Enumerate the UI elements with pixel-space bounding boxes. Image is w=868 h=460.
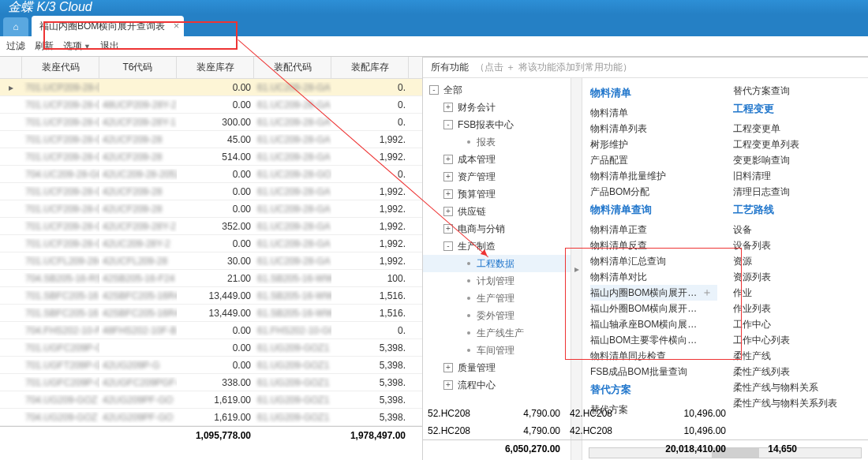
function-link[interactable]: 作业 — [733, 285, 860, 301]
function-link[interactable]: 柔性产线列表 — [733, 364, 860, 380]
tree-item[interactable]: +预算管理 — [423, 185, 571, 203]
tree-item[interactable]: 工程数据 — [423, 255, 571, 272]
function-link[interactable]: 资源列表 — [733, 269, 860, 285]
function-link[interactable]: 福山BOM主要零件横向… — [590, 332, 717, 348]
function-link[interactable]: 物料清单 — [590, 105, 717, 121]
function-link[interactable]: 替代方案查询 — [733, 83, 860, 99]
tree-item[interactable]: 委外管理 — [423, 307, 571, 324]
function-link[interactable]: 产品配置 — [590, 152, 717, 168]
function-link[interactable]: 树形维护 — [590, 137, 717, 152]
function-link[interactable]: 柔性产线与物料关系 — [733, 380, 860, 395]
function-link[interactable]: 设备 — [733, 222, 860, 237]
table-row[interactable]: 701.UGFC209P-C 42UGFC209PGF-G 338.00 61.… — [0, 374, 422, 391]
tree-item[interactable]: +供应链 — [423, 203, 571, 220]
toggle-icon[interactable]: + — [443, 189, 453, 199]
function-link[interactable]: 柔性产线 — [733, 348, 860, 364]
function-link[interactable]: 福山轴承座BOM横向展… — [590, 316, 717, 332]
tree-item[interactable]: 生产线生产 — [423, 324, 571, 342]
function-link[interactable]: 福山内圈BOM横向展开…＋ — [590, 285, 717, 301]
table-row[interactable]: 704.UC209-28-GC 42UC209-28-2051 0.00 61.… — [0, 166, 422, 183]
tree-item[interactable]: +流程中心 — [423, 376, 571, 394]
toggle-icon[interactable]: - — [443, 120, 453, 129]
function-link[interactable]: FSB成品BOM批量查询 — [590, 364, 717, 380]
table-row[interactable]: 701.UCF209-28-C 42UCF209-28 0.00 61.UC20… — [0, 200, 422, 218]
refresh-button[interactable]: 刷新 — [35, 39, 54, 53]
options-button[interactable]: 选项▼ — [63, 39, 91, 53]
tab-bom-report[interactable]: 福山内圈BOM横向展开查询表 × — [32, 16, 184, 36]
tree-item[interactable]: +财务会计 — [423, 99, 571, 116]
col-header[interactable]: 装座库存 — [177, 57, 254, 78]
function-link[interactable]: 物料清单批量维护 — [590, 168, 717, 184]
footer-total: 1,978,497.00 — [331, 427, 409, 445]
table-row[interactable]: 701.UCF209-28-C 42UCF209-28 514.00 61.UC… — [0, 148, 422, 166]
close-icon[interactable]: × — [174, 20, 180, 32]
toggle-icon[interactable]: + — [443, 224, 453, 234]
grid-header: 装座代码 T6代码 装座库存 装配代码 装配库存 — [0, 57, 422, 79]
col-header[interactable]: 装配库存 — [331, 57, 409, 78]
tab-label: 福山内圈BOM横向展开查询表 — [39, 20, 165, 33]
home-tab[interactable]: ⌂ — [3, 17, 28, 36]
toggle-icon[interactable]: + — [443, 380, 453, 390]
toggle-icon[interactable]: + — [443, 155, 453, 164]
tree-item[interactable]: +质量管理 — [423, 359, 571, 376]
toggle-icon[interactable]: - — [429, 85, 439, 95]
table-row[interactable]: 701.UCF209-28-C 42UCF209-28 45.00 61.UC2… — [0, 131, 422, 148]
table-row[interactable]: 701.UCF209-28-C 42UCF209-28 0.00 61.UC20… — [0, 183, 422, 200]
tree-item[interactable]: -全部 — [423, 81, 571, 99]
function-link[interactable]: 工作中心列表 — [733, 332, 860, 348]
table-row[interactable]: 701.UCF209-28-C 42UCF209-28Y-2 352.00 61… — [0, 218, 422, 235]
col-header[interactable]: T6代码 — [99, 57, 177, 78]
table-row[interactable]: 701.UGFC209P-C 0.00 61.UG209-GOZ1 5,398. — [0, 339, 422, 357]
table-row[interactable]: 704.SB205-16-RS 42SB205-16-F24 21.00 61.… — [0, 270, 422, 287]
function-link[interactable]: 福山外圈BOM横向展开… — [590, 301, 717, 316]
function-link[interactable]: 物料清单同步检查 — [590, 348, 717, 364]
function-link[interactable]: 资源 — [733, 253, 860, 269]
plus-icon[interactable]: ＋ — [702, 286, 717, 300]
col-header[interactable]: 装配代码 — [254, 57, 331, 78]
tree-item[interactable]: +资产管理 — [423, 168, 571, 185]
table-row[interactable]: 704.FHS202-10-F 48FHS202-10F-B 0.00 61.F… — [0, 322, 422, 339]
tree-item[interactable]: +电商与分销 — [423, 220, 571, 237]
function-link[interactable]: 工作中心 — [733, 316, 860, 332]
table-row[interactable]: 701.UGFT209P-GC 42UG209P-G 0.00 61.UG209… — [0, 357, 422, 374]
tree-item[interactable]: 生产管理 — [423, 290, 571, 307]
table-row[interactable]: 704.UG209-GOZ 42UG209PF-GO 1,619.00 61.U… — [0, 409, 422, 426]
table-row[interactable]: 701.SBFC205-16 42SBFC205-16R4 13,449.00 … — [0, 305, 422, 322]
toolbar: 过滤 刷新 选项▼ 退出 — [0, 36, 868, 57]
function-link[interactable]: 变更影响查询 — [733, 152, 860, 168]
tree-item[interactable]: -FSB报表中心 — [423, 116, 571, 133]
tree-item[interactable]: 车间管理 — [423, 342, 571, 359]
toggle-icon[interactable]: + — [443, 103, 453, 112]
tree-item[interactable]: -生产制造 — [423, 237, 571, 255]
toggle-icon[interactable]: + — [443, 172, 453, 181]
col-header[interactable]: 装座代码 — [22, 57, 99, 78]
table-row[interactable]: ▸ 701.UCP209-28-C 0.00 61.UC209-28-GA 0. — [0, 79, 422, 96]
function-link[interactable]: 物料清单反查 — [590, 237, 717, 253]
function-link[interactable]: 工程变更单列表 — [733, 137, 860, 152]
tree-item[interactable]: +成本管理 — [423, 151, 571, 168]
function-link[interactable]: 清理日志查询 — [733, 184, 860, 200]
table-row[interactable]: 704.UG209-GOZ 42UG209PF-GO 1,619.00 61.U… — [0, 391, 422, 409]
table-row[interactable]: 701.SBFC205-16 42SBFC205-16R4 13,449.00 … — [0, 287, 422, 305]
tree-item[interactable]: 计划管理 — [423, 272, 571, 290]
function-link[interactable]: 工程变更单 — [733, 121, 860, 137]
table-row[interactable]: 701.UCF209-28-C 42UCF209-28Y-1 300.00 61… — [0, 114, 422, 131]
table-row[interactable]: 701.UCF209-28-C 48UCP209-28Y-2 0.00 61.U… — [0, 96, 422, 114]
toggle-icon[interactable]: + — [443, 207, 453, 216]
function-link[interactable]: 物料清单汇总查询 — [590, 253, 717, 269]
function-link[interactable]: 设备列表 — [733, 237, 860, 253]
function-link[interactable]: 作业列表 — [733, 301, 860, 316]
exit-button[interactable]: 退出 — [100, 39, 119, 53]
table-row[interactable]: 701.UCF209-28-C 42UC209-28Y-2 0.00 61.UC… — [0, 235, 422, 252]
toggle-icon[interactable]: + — [443, 363, 453, 372]
function-link[interactable]: 物料清单对比 — [590, 269, 717, 285]
toggle-icon[interactable]: - — [443, 241, 453, 251]
filter-button[interactable]: 过滤 — [6, 39, 25, 53]
function-link[interactable]: 产品BOM分配 — [590, 184, 717, 200]
panel-divider[interactable]: ▸ — [571, 78, 582, 460]
function-link[interactable]: 旧料清理 — [733, 168, 860, 184]
tree-item[interactable]: 报表 — [423, 133, 571, 151]
function-link[interactable]: 物料清单正查 — [590, 222, 717, 237]
table-row[interactable]: 701.UCFL209-28-C 42UCFL209-28 30.00 61.U… — [0, 252, 422, 270]
function-link[interactable]: 物料清单列表 — [590, 121, 717, 137]
